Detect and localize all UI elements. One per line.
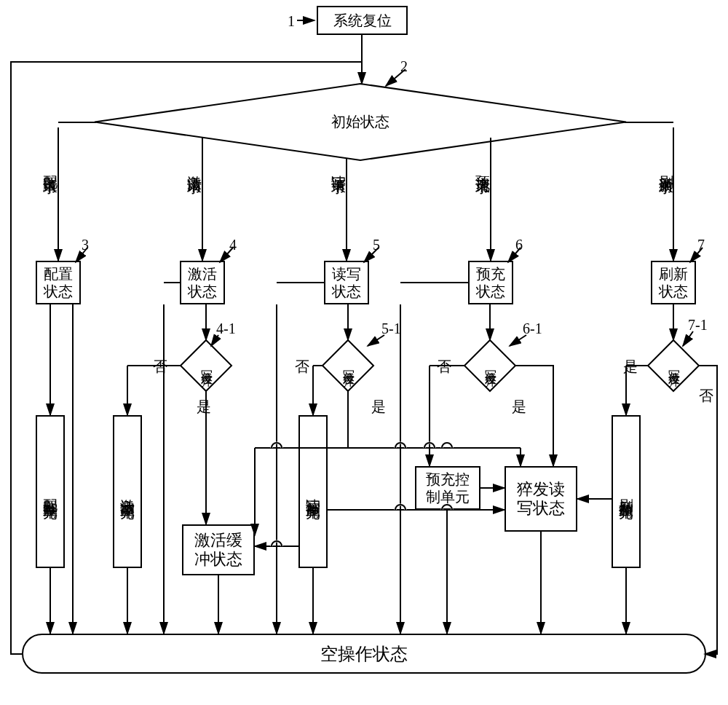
no-5-1: 否 (295, 357, 309, 377)
rw-unit-text: 读写控制单元 (304, 487, 322, 496)
label-3: 3 (82, 237, 89, 253)
activate-state-text: 激活 状态 (188, 265, 217, 300)
initial-state-diamond: 初始状态 (95, 84, 626, 160)
precharge-unit-text: 预充控 制单元 (426, 470, 470, 505)
config-state-box: 配置 状态 (36, 261, 81, 304)
refresh-request-label: 刷新请求 (657, 164, 676, 170)
burst-state-box: 猝发读 写状态 (505, 466, 577, 532)
activate-unit-box: 激活控制单元 (113, 415, 142, 568)
burst-diamond-4-1: 猝发读写 (181, 340, 232, 391)
precharge-state-text: 预充 状态 (476, 265, 505, 300)
yes-4-1: 是 (197, 397, 211, 417)
refresh-state-box: 刷新 状态 (651, 261, 696, 304)
label-6-1: 6-1 (523, 320, 542, 337)
rw-state-text: 读写 状态 (332, 265, 361, 300)
config-unit-text: 配置控制单元 (41, 487, 59, 496)
burst-diamond-5-1: 猝发读写 (323, 340, 373, 391)
act-buffer-box: 激活缓 冲状态 (182, 524, 255, 575)
rw-request-label: 读写请求 (329, 164, 349, 170)
no-4-1: 否 (153, 357, 167, 377)
yes-6-1: 是 (512, 397, 526, 417)
label-7-1: 7-1 (688, 317, 708, 334)
refresh-state-text: 刷新 状态 (659, 265, 688, 300)
label-6: 6 (515, 237, 523, 253)
initial-state-text: 初始状态 (331, 112, 389, 132)
label-4: 4 (229, 237, 237, 253)
refresh-unit-text: 刷新控制单元 (617, 487, 635, 496)
burst-state-text: 猝发读 写状态 (517, 480, 565, 519)
precharge-request-label: 预充请求 (473, 164, 493, 170)
label-7: 7 (697, 237, 705, 253)
config-request-label: 配置请求 (41, 164, 60, 170)
burst-diamond-7-1: 猝发读写 (648, 340, 699, 391)
label-5-1: 5-1 (381, 320, 401, 337)
activate-state-box: 激活 状态 (180, 261, 225, 304)
label-1: 1 (288, 13, 295, 30)
no-7-1: 否 (699, 386, 713, 406)
refresh-unit-box: 刷新控制单元 (612, 415, 641, 568)
label-2: 2 (400, 58, 408, 75)
system-reset-text: 系统复位 (333, 12, 392, 29)
rw-unit-box: 读写控制单元 (298, 415, 328, 568)
precharge-state-box: 预充 状态 (468, 261, 513, 304)
idle-text: 空操作状态 (320, 642, 408, 666)
rw-state-box: 读写 状态 (324, 261, 369, 304)
activate-request-label: 激活请求 (185, 164, 205, 170)
yes-7-1: 是 (623, 357, 638, 377)
config-state-text: 配置 状态 (44, 265, 73, 300)
config-unit-box: 配置控制单元 (36, 415, 65, 568)
idle-state-pill: 空操作状态 (22, 634, 706, 674)
activate-unit-text: 激活控制单元 (119, 487, 136, 496)
precharge-unit-box: 预充控 制单元 (415, 466, 480, 510)
burst-diamond-6-1: 猝发读写 (464, 340, 515, 391)
yes-5-1: 是 (371, 397, 386, 417)
label-5: 5 (373, 237, 380, 253)
act-buffer-text: 激活缓 冲状态 (194, 531, 242, 570)
no-6-1: 否 (437, 357, 451, 377)
label-4-1: 4-1 (216, 320, 236, 337)
system-reset-box: 系统复位 (317, 6, 408, 35)
